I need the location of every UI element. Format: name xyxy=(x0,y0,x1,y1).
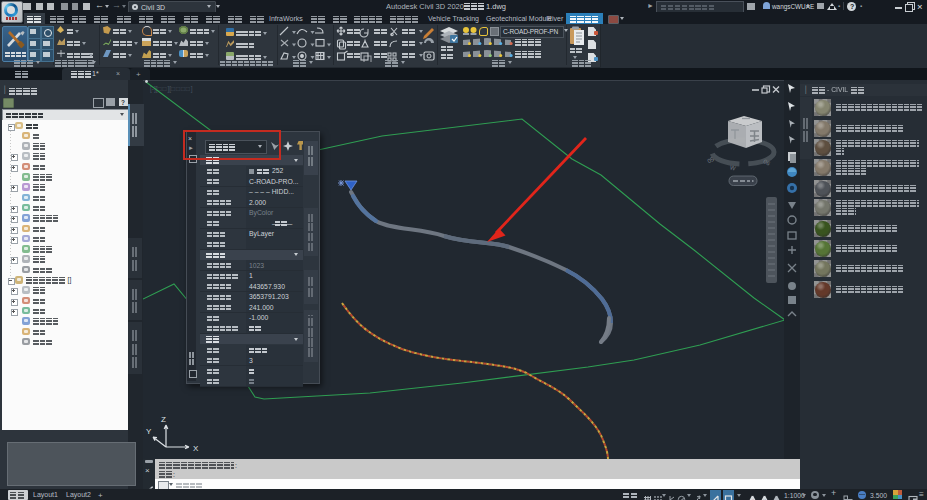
svg-text:Z: Z xyxy=(161,415,166,424)
svg-text:Y: Y xyxy=(146,427,152,436)
svg-text:W: W xyxy=(729,164,736,171)
svg-text:X: X xyxy=(193,444,199,453)
